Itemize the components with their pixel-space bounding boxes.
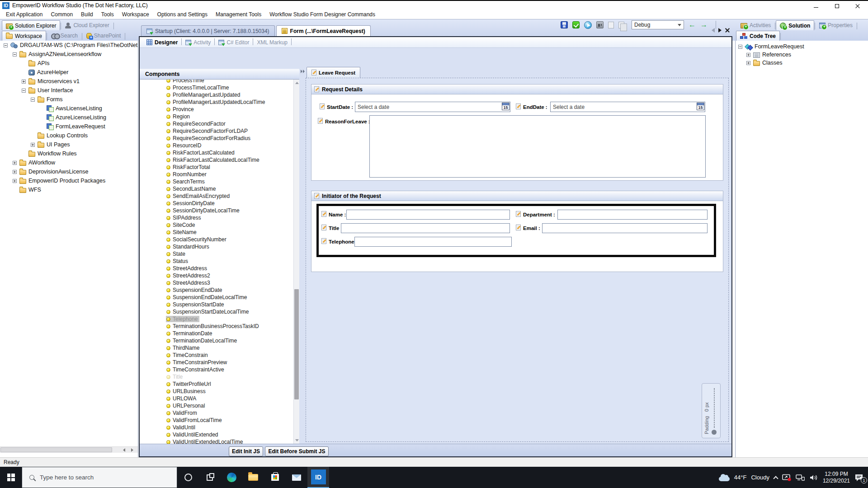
navigate-forward-icon[interactable]: → [700, 21, 708, 28]
collapse-icon[interactable] [31, 98, 35, 102]
component-item-urlowa[interactable]: URLOWA [140, 395, 299, 402]
component-item-streetaddress2[interactable]: StreetAddress2 [140, 272, 299, 279]
component-item-profilemanagerlastupdatedlocaltime[interactable]: ProfileManagerLastUpdatedLocalTime [140, 99, 299, 106]
component-item-standardhours[interactable]: StandardHours [140, 243, 299, 250]
tree-item-azurehelper[interactable]: AzureHelper [0, 68, 138, 77]
minimize-button[interactable] [806, 2, 826, 10]
component-item-sitename[interactable]: SiteName [140, 229, 299, 236]
component-item-region[interactable]: Region [140, 113, 299, 120]
component-item-status[interactable]: Status [140, 258, 299, 265]
form-page-tab[interactable]: Leave Request [307, 67, 360, 78]
cast-icon[interactable] [782, 474, 791, 481]
tree-item-user-interface[interactable]: User Interface [0, 86, 138, 95]
taskbar-search-input[interactable] [40, 474, 157, 481]
title-input[interactable] [341, 223, 510, 233]
tray-expand-icon[interactable] [773, 476, 778, 481]
tree-item-deprovisionawslicense[interactable]: DeprovisionAwsLicense [0, 167, 138, 176]
collapse-icon[interactable] [22, 89, 26, 93]
empowerid-app-button[interactable]: ID [307, 467, 329, 488]
tree-item-workflow-rules[interactable]: Workflow Rules [0, 149, 138, 158]
expand-icon[interactable] [31, 143, 35, 147]
tree-item-formleaverequest[interactable]: FormLeaveRequest [736, 42, 868, 51]
tree-item-ui-pages[interactable]: UI Pages [0, 140, 138, 149]
menu-item-options-and-settings[interactable]: Options and Settings [153, 10, 212, 19]
tree-item-classes[interactable]: Classes [736, 59, 868, 67]
scroll-down-icon[interactable] [295, 439, 299, 441]
component-item-title[interactable]: Title [140, 373, 299, 380]
hscrollbar-thumb[interactable] [0, 447, 112, 452]
form-design-surface[interactable]: Request Details StartDate : 15 EndDate :… [306, 78, 729, 442]
collapse-icon[interactable] [4, 43, 8, 47]
doc-tab-form[interactable]: Form (...\FormLeaveRequest) [276, 25, 371, 36]
file-explorer-button[interactable] [242, 467, 264, 488]
designer-tab-designer[interactable]: Designer [143, 39, 181, 46]
tab-properties[interactable]: Properties [816, 20, 856, 30]
component-item-requiresecondfactorforldap[interactable]: RequireSecondFactorForLDAP [140, 127, 299, 135]
component-item-suspensionenddate[interactable]: SuspensionEndDate [140, 286, 299, 294]
component-item-timeconstrain[interactable]: TimeConstrain [140, 352, 299, 359]
component-item-secondlastname[interactable]: SecondLastName [140, 185, 299, 192]
component-item-validfrom[interactable]: ValidFrom [140, 409, 299, 417]
tree-item-awslicenselisting[interactable]: AwsLicenseListing [0, 104, 138, 113]
component-item-clipped[interactable]: ProcessTime [140, 80, 299, 84]
start-button[interactable] [0, 467, 22, 488]
hscroll-right-icon[interactable] [131, 448, 133, 452]
expand-icon[interactable] [22, 80, 26, 84]
component-item-processtimelocaltime[interactable]: ProcessTimeLocalTime [140, 84, 299, 91]
component-item-state[interactable]: State [140, 250, 299, 258]
component-item-validuntilextended[interactable]: ValidUntilExtended [140, 431, 299, 438]
tree-item-microservices-v1[interactable]: Microservices v1 [0, 77, 138, 86]
copy-pages-icon[interactable] [618, 22, 624, 28]
component-item-riskfactorlastcalculated[interactable]: RiskFactorLastCalculated [140, 149, 299, 156]
component-item-sendemailasencrypted[interactable]: SendEmailAsEncrypted [140, 192, 299, 200]
tree-item-apis[interactable]: APIs [0, 59, 138, 68]
component-item-urlpersonal[interactable]: URLPersonal [140, 402, 299, 409]
component-item-twitterprofileurl[interactable]: TwitterProfileUrl [140, 380, 299, 388]
component-item-terminationbusinessprocesstaskid[interactable]: TerminationBusinessProcessTaskID [140, 323, 299, 330]
startdate-input[interactable] [355, 102, 510, 112]
component-item-resourceid[interactable]: ResourceID [140, 142, 299, 149]
collapse-icon[interactable] [738, 45, 742, 49]
tree-item-empowerid-product-packages[interactable]: EmpowerID Product Packages [0, 176, 138, 185]
tree-item-forms[interactable]: Forms [0, 95, 138, 104]
run-icon[interactable] [584, 21, 592, 29]
calendar-icon[interactable]: 15 [502, 103, 509, 110]
scrollbar-thumb[interactable] [294, 289, 299, 399]
maximize-button[interactable] [826, 2, 847, 10]
new-page-icon[interactable] [608, 22, 614, 28]
component-item-searchterms[interactable]: SearchTerms [140, 178, 299, 185]
validate-icon[interactable] [572, 21, 580, 28]
edit-init-js-button[interactable]: Edit Init JS [229, 446, 263, 456]
component-item-province[interactable]: Province [140, 106, 299, 113]
component-item-terminationdatelocaltime[interactable]: TerminationDateLocalTime [140, 337, 299, 344]
taskbar-search[interactable] [22, 467, 177, 488]
designer-tab-activity[interactable]: Activity [182, 39, 214, 46]
component-item-suspensionenddatelocaltime[interactable]: SuspensionEndDateLocalTime [140, 294, 299, 301]
component-item-thirdname[interactable]: ThirdName [140, 344, 299, 352]
menu-item-management-tools[interactable]: Management Tools [212, 10, 265, 19]
tree-item-wfs[interactable]: WFS [0, 185, 138, 194]
expand-icon[interactable] [13, 170, 17, 174]
tab-workspace[interactable]: Workspace [2, 31, 46, 41]
volume-icon[interactable] [809, 474, 818, 481]
mail-button[interactable] [286, 467, 307, 488]
weather-temperature[interactable]: 44°F [734, 474, 747, 481]
tab-sharepoint[interactable]: SharePoint [83, 31, 124, 41]
padding-drag-handle[interactable] [712, 430, 717, 435]
scroll-up-icon[interactable] [295, 82, 299, 84]
component-item-validuntilextendedlocaltime[interactable]: ValidUntilExtendedLocalTime [140, 438, 299, 444]
components-scrollbar[interactable] [293, 80, 299, 444]
component-item-socialsecuritynumber[interactable]: SocialSecurityNumber [140, 236, 299, 243]
reasonforleave-textarea[interactable] [369, 115, 706, 178]
tree-item-references[interactable]: References [736, 51, 868, 59]
hscroll-left-icon[interactable] [123, 448, 125, 452]
component-item-streetaddress3[interactable]: StreetAddress3 [140, 279, 299, 286]
padding-indicator[interactable]: Padding 0 px [702, 383, 721, 438]
component-item-suspensionstartdatelocaltime[interactable]: SuspensionStartDateLocalTime [140, 308, 299, 315]
close-tab-icon[interactable] [725, 28, 730, 33]
component-item-sipaddress[interactable]: SIPAddress [140, 214, 299, 221]
expand-icon[interactable] [13, 161, 17, 165]
component-item-timeconstraintactive[interactable]: TimeConstraintActive [140, 366, 299, 373]
component-item-riskfactorlastcalculatedlocaltime[interactable]: RiskFactorLastCalculatedLocalTime [140, 156, 299, 164]
component-item-terminationdate[interactable]: TerminationDate [140, 330, 299, 337]
